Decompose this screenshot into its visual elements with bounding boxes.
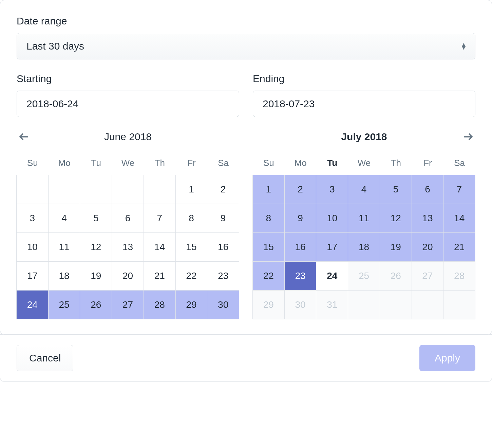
- calendar-day[interactable]: 6: [112, 204, 144, 233]
- calendar-right-title: July 2018: [341, 131, 387, 143]
- calendars-row: June 2018 SuMoTuWeThFrSa 123456789101112…: [17, 127, 475, 319]
- calendar-day[interactable]: 4: [48, 204, 80, 233]
- calendar-day[interactable]: 23: [284, 261, 317, 291]
- calendar-day[interactable]: 12: [80, 232, 112, 262]
- calendar-day[interactable]: 9: [284, 204, 317, 233]
- calendar-day[interactable]: 2: [284, 175, 317, 204]
- date-inputs-row: Starting 2018-06-24 Ending 2018-07-23: [17, 73, 475, 117]
- calendar-day[interactable]: 14: [443, 204, 475, 233]
- calendar-day[interactable]: 29: [175, 290, 208, 319]
- calendar-day[interactable]: 20: [112, 261, 144, 291]
- dow-cell: We: [112, 155, 144, 171]
- arrow-right-icon: [462, 131, 474, 143]
- calendar-day[interactable]: 16: [207, 232, 239, 262]
- dow-cell: We: [348, 155, 380, 171]
- calendar-day[interactable]: 23: [207, 261, 239, 291]
- calendar-day[interactable]: 18: [348, 232, 380, 262]
- next-month-button[interactable]: [460, 129, 475, 144]
- starting-col: Starting 2018-06-24: [17, 73, 239, 117]
- calendar-day[interactable]: 19: [80, 261, 112, 291]
- calendar-day: 28: [443, 261, 475, 291]
- date-range-select[interactable]: Last 30 days ▴▾: [17, 33, 475, 59]
- calendar-day: 31: [316, 290, 348, 319]
- date-range-picker: Date range Last 30 days ▴▾ Starting 2018…: [0, 0, 492, 382]
- calendar-day[interactable]: 5: [380, 175, 412, 204]
- apply-button[interactable]: Apply: [419, 345, 475, 371]
- calendar-day[interactable]: 26: [80, 290, 112, 319]
- calendar-day[interactable]: 3: [316, 175, 348, 204]
- calendar-day[interactable]: 6: [412, 175, 444, 204]
- calendar-day: [80, 175, 112, 204]
- ending-input-value: 2018-07-23: [263, 98, 315, 110]
- calendar-day[interactable]: 5: [80, 204, 112, 233]
- starting-input[interactable]: 2018-06-24: [17, 91, 239, 117]
- calendar-day[interactable]: 11: [48, 232, 80, 262]
- calendar-day[interactable]: 1: [175, 175, 208, 204]
- calendar-day[interactable]: 2: [207, 175, 239, 204]
- calendar-day[interactable]: 27: [112, 290, 144, 319]
- calendar-day[interactable]: 13: [412, 204, 444, 233]
- calendar-day[interactable]: 15: [252, 232, 285, 262]
- dow-cell: Su: [253, 155, 285, 171]
- calendar-day[interactable]: 12: [380, 204, 412, 233]
- dow-cell: Mo: [285, 155, 317, 171]
- picker-footer: Cancel Apply: [0, 334, 492, 382]
- calendar-day[interactable]: 10: [16, 232, 49, 262]
- dow-cell: Su: [17, 155, 49, 171]
- cancel-button[interactable]: Cancel: [17, 345, 73, 371]
- calendar-day[interactable]: 7: [144, 204, 176, 233]
- calendar-day[interactable]: 15: [175, 232, 208, 262]
- dow-cell: Th: [380, 155, 412, 171]
- calendar-day[interactable]: 17: [316, 232, 348, 262]
- calendar-left-header: June 2018: [17, 127, 239, 147]
- dow-cell: Tu: [80, 155, 112, 171]
- calendar-right-dow: SuMoTuWeThFrSa: [253, 155, 475, 171]
- calendar-day: 29: [252, 290, 285, 319]
- calendar-day[interactable]: 4: [348, 175, 380, 204]
- calendar-left-dow: SuMoTuWeThFrSa: [17, 155, 239, 171]
- calendar-day[interactable]: 21: [443, 232, 475, 262]
- calendar-day[interactable]: 11: [348, 204, 380, 233]
- calendar-day[interactable]: 18: [48, 261, 80, 291]
- calendar-day[interactable]: 21: [144, 261, 176, 291]
- calendar-day[interactable]: 17: [16, 261, 49, 291]
- calendar-day[interactable]: 8: [252, 204, 285, 233]
- calendar-day[interactable]: 9: [207, 204, 239, 233]
- calendar-day: [48, 175, 80, 204]
- calendar-day[interactable]: 3: [16, 204, 49, 233]
- calendar-day[interactable]: 7: [443, 175, 475, 204]
- calendar-day: 27: [412, 261, 444, 291]
- calendar-day[interactable]: 22: [175, 261, 208, 291]
- prev-month-button[interactable]: [17, 129, 32, 144]
- calendar-day[interactable]: 19: [380, 232, 412, 262]
- calendar-right-header: July 2018: [253, 127, 475, 147]
- date-range-select-wrap: Last 30 days ▴▾: [17, 33, 475, 59]
- calendar-day[interactable]: 20: [412, 232, 444, 262]
- calendar-day[interactable]: 22: [252, 261, 285, 291]
- calendar-day: [412, 290, 444, 319]
- calendar-right: July 2018 SuMoTuWeThFrSa 123456789101112…: [253, 127, 475, 319]
- calendar-day: [112, 175, 144, 204]
- calendar-left: June 2018 SuMoTuWeThFrSa 123456789101112…: [17, 127, 239, 319]
- calendar-day[interactable]: 24: [16, 290, 49, 319]
- select-updown-icon: ▴▾: [462, 43, 466, 49]
- calendar-day: 25: [348, 261, 380, 291]
- starting-input-value: 2018-06-24: [26, 98, 78, 110]
- arrow-left-icon: [18, 131, 30, 143]
- calendar-day[interactable]: 13: [112, 232, 144, 262]
- calendar-day[interactable]: 28: [144, 290, 176, 319]
- calendar-day: [380, 290, 412, 319]
- calendar-day[interactable]: 25: [48, 290, 80, 319]
- calendar-day[interactable]: 10: [316, 204, 348, 233]
- calendar-day[interactable]: 1: [252, 175, 285, 204]
- calendar-day: [348, 290, 380, 319]
- calendar-day: [16, 175, 49, 204]
- picker-panel: Date range Last 30 days ▴▾ Starting 2018…: [0, 0, 492, 335]
- ending-input[interactable]: 2018-07-23: [253, 91, 475, 117]
- calendar-day[interactable]: 24: [316, 261, 348, 291]
- calendar-right-grid: 1234567891011121314151617181920212223242…: [253, 175, 475, 319]
- calendar-day[interactable]: 8: [175, 204, 208, 233]
- calendar-day[interactable]: 14: [144, 232, 176, 262]
- calendar-day[interactable]: 16: [284, 232, 317, 262]
- calendar-day[interactable]: 30: [207, 290, 239, 319]
